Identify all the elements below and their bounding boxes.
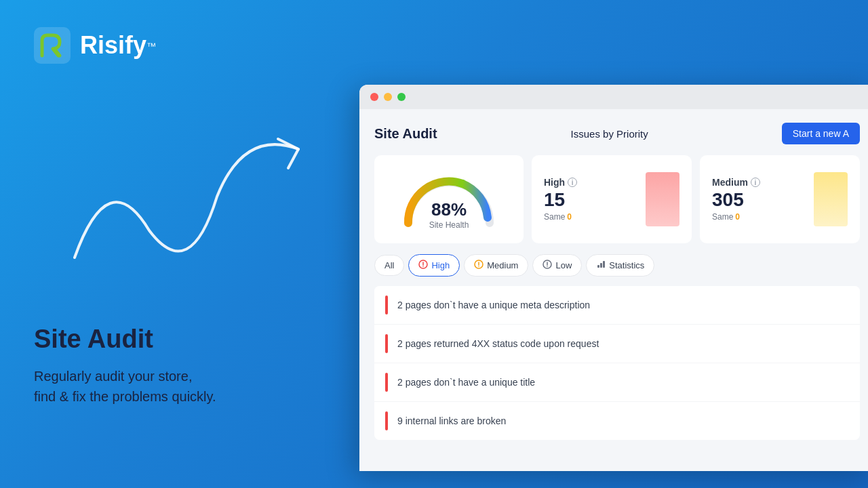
logo-icon: [34, 27, 71, 64]
priority-info-medium: Medium i 305 Same 0: [712, 177, 806, 222]
gauge-card: 88% Site Health: [374, 155, 524, 243]
medium-info-icon[interactable]: i: [751, 178, 760, 187]
priority-same-medium: Same 0: [712, 212, 806, 222]
browser-dot-red: [370, 93, 378, 101]
priority-same-high: Same 0: [544, 212, 637, 222]
logo-area: Risify™: [34, 27, 305, 64]
priority-info-high: High i 15 Same 0: [544, 177, 637, 222]
tab-high-icon: [418, 260, 428, 271]
issues-list: 2 pages don`t have a unique meta descrip…: [374, 286, 860, 440]
browser-dot-green: [397, 93, 406, 101]
priority-type-medium: Medium i: [712, 177, 806, 188]
svg-rect-0: [34, 27, 71, 64]
left-panel: Risify™ Site Audit Regularly audit your …: [0, 0, 339, 488]
issues-priority-label: Issues by Priority: [571, 128, 648, 140]
priority-count-medium: 305: [712, 190, 806, 209]
svg-point-3: [423, 266, 425, 267]
gauge-label: Site Health: [429, 220, 469, 230]
logo-name: Risify: [80, 31, 146, 59]
same-zero-medium: 0: [735, 212, 740, 222]
gauge-percent: 88%: [429, 199, 469, 220]
tab-statistics[interactable]: Statistics: [586, 254, 654, 277]
tabs-row: All High Medium Low: [374, 254, 860, 277]
issue-item: 9 internal links are broken: [374, 402, 860, 440]
issue-indicator: [385, 296, 388, 314]
priority-count-high: 15: [544, 190, 637, 209]
page-heading: Site Audit: [34, 325, 216, 354]
issue-indicator: [385, 334, 388, 353]
svg-rect-10: [597, 265, 599, 268]
issue-text: 2 pages returned 4XX status code upon re…: [397, 338, 599, 349]
tab-all-label: All: [384, 260, 394, 270]
priority-type-high: High i: [544, 177, 637, 188]
gauge-text: 88% Site Health: [429, 199, 469, 230]
tab-low-icon: [542, 260, 552, 271]
bottom-text: Site Audit Regularly audit your store,fi…: [34, 325, 216, 407]
priority-card-high: High i 15 Same 0: [532, 155, 692, 243]
tab-medium-label: Medium: [487, 260, 518, 270]
issue-item: 2 pages don`t have a unique title: [374, 363, 860, 402]
logo-tm: ™: [146, 41, 156, 52]
issue-item: 2 pages returned 4XX status code upon re…: [374, 325, 860, 363]
tab-all[interactable]: All: [374, 255, 404, 276]
browser-content: Site Audit Issues by Priority Start a ne…: [359, 109, 868, 471]
tab-medium-icon: [474, 260, 484, 271]
svg-point-9: [547, 266, 549, 267]
svg-point-6: [478, 266, 479, 267]
tab-low-label: Low: [555, 260, 572, 270]
svg-rect-11: [600, 263, 602, 268]
stats-row: 88% Site Health High i 15 Same 0: [374, 155, 860, 243]
tab-high-label: High: [431, 260, 450, 270]
start-new-button[interactable]: Start a new A: [782, 123, 860, 144]
logo-wordmark: Risify™: [80, 31, 156, 60]
issue-text: 2 pages don`t have a unique title: [397, 377, 535, 388]
browser-titlebar: [359, 85, 868, 109]
browser-window: Site Audit Issues by Priority Start a ne…: [359, 85, 868, 471]
tab-medium[interactable]: Medium: [464, 254, 528, 277]
wave-graphic: [68, 108, 312, 298]
tab-low[interactable]: Low: [532, 254, 582, 277]
priority-bar-high: [646, 172, 679, 226]
issue-item: 2 pages don`t have a unique meta descrip…: [374, 286, 860, 325]
issue-text: 9 internal links are broken: [397, 415, 506, 426]
browser-dot-yellow: [384, 93, 392, 101]
tab-high[interactable]: High: [408, 254, 460, 277]
svg-rect-12: [603, 261, 605, 268]
page-description: Regularly audit your store,find & fix th…: [34, 366, 216, 407]
issue-indicator: [385, 411, 388, 430]
same-zero-high: 0: [567, 212, 572, 222]
audit-header: Site Audit Issues by Priority Start a ne…: [374, 123, 860, 144]
tab-statistics-icon: [596, 260, 606, 271]
audit-title: Site Audit: [374, 126, 437, 142]
gauge-container: 88% Site Health: [395, 169, 503, 230]
issue-indicator: [385, 373, 388, 392]
priority-bar-medium: [814, 172, 848, 226]
high-info-icon[interactable]: i: [568, 178, 577, 187]
priority-card-medium: Medium i 305 Same 0: [700, 155, 860, 243]
tab-statistics-label: Statistics: [609, 260, 644, 270]
issue-text: 2 pages don`t have a unique meta descrip…: [397, 300, 590, 310]
